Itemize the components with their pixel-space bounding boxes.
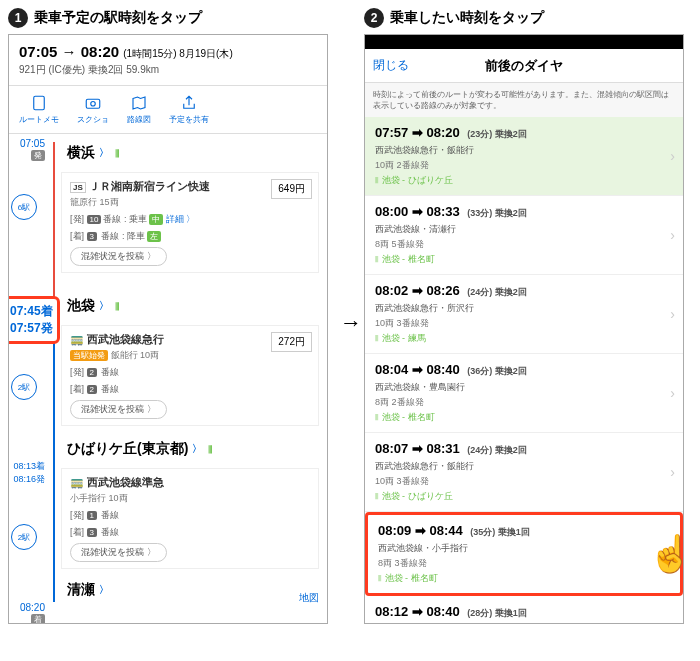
- route-summary-time: 07:05 → 08:20 (1時間15分) 8月19日(木): [19, 43, 317, 61]
- route-summary-fare: 921円 (IC優先) 乗換2回 59.9km: [19, 63, 317, 77]
- schedule-option-1[interactable]: 08:00 ➡ 08:33 (33分) 乗換2回 西武池袋線・清瀬行 8両 5番…: [365, 196, 683, 275]
- schedule-option-5[interactable]: 08:09 ➡ 08:44 (35分) 乗換1回 西武池袋線・小手指行 8両 3…: [365, 512, 683, 596]
- tool-screenshot[interactable]: スクショ: [77, 94, 109, 125]
- svg-point-2: [91, 102, 96, 107]
- chevron-right-icon: ›: [670, 306, 675, 322]
- chevron-right-icon: ›: [670, 464, 675, 480]
- schedule-option-6[interactable]: 08:12 ➡ 08:40 (28分) 乗換1回 西武池袋線準急・小手指行 10…: [365, 596, 683, 624]
- schedule-option-4[interactable]: 08:07 ➡ 08:31 (24分) 乗換2回 西武池袋線急行・飯能行 10両…: [365, 433, 683, 512]
- svg-rect-1: [86, 99, 100, 108]
- tool-routemap[interactable]: 路線図: [127, 94, 151, 125]
- segment-1: JSＪＲ湘南新宿ライン快速 籠原行 15両 649円 [発] 10番線 : 乗車…: [61, 172, 319, 273]
- tool-share[interactable]: 予定を共有: [169, 94, 209, 125]
- arrow-icon: →: [340, 310, 362, 336]
- chevron-right-icon: ›: [670, 148, 675, 164]
- schedule-panel: 閉じる 前後のダイヤ 時刻によって前後のルートが変わる可能性があります。また、混…: [364, 34, 684, 624]
- info-note: 時刻によって前後のルートが変わる可能性があります。また、混雑傾向の駅区間は表示し…: [365, 83, 683, 117]
- station-count-1[interactable]: 6駅: [11, 194, 37, 220]
- dialog-title: 前後のダイヤ: [485, 57, 563, 75]
- post-congestion-3[interactable]: 混雑状況を投稿 〉: [70, 543, 167, 562]
- map-link[interactable]: 地図: [299, 591, 319, 605]
- chevron-right-icon: ›: [670, 620, 675, 624]
- fare-2: 272円: [271, 332, 312, 352]
- schedule-option-3[interactable]: 08:04 ➡ 08:40 (36分) 乗換2回 西武池袋線・豊島園行 8両 2…: [365, 354, 683, 433]
- chevron-right-icon: ›: [670, 227, 675, 243]
- route-panel: 07:05 → 08:20 (1時間15分) 8月19日(木) 921円 (IC…: [8, 34, 328, 624]
- heading-2: 乗車したい時刻をタップ: [390, 9, 544, 27]
- chevron-right-icon: ›: [670, 385, 675, 401]
- segment-3: 🚃 西武池袋線準急 小手指行 10両 [発] 1 番線 [着] 3 番線 混雑状…: [61, 468, 319, 569]
- dep-time[interactable]: 07:05 発: [9, 138, 45, 161]
- station-count-2[interactable]: 2駅: [11, 374, 37, 400]
- station-hibarigaoka[interactable]: ひばりケ丘(東京都)〉⦀: [61, 434, 319, 464]
- fare-1: 649円: [271, 179, 312, 199]
- schedule-option-2[interactable]: 08:02 ➡ 08:26 (24分) 乗換2回 西武池袋線急行・所沢行 10両…: [365, 275, 683, 354]
- heading-1: 乗車予定の駅時刻をタップ: [34, 9, 202, 27]
- chevron-icon: 〉: [99, 146, 109, 160]
- station-kiyose[interactable]: 清瀬〉: [61, 575, 319, 605]
- station-yokohama[interactable]: 横浜〉⦀: [61, 138, 319, 168]
- schedule-option-0[interactable]: 07:57 ➡ 08:20 (23分) 乗換2回 西武池袋線急行・飯能行 10両…: [365, 117, 683, 196]
- post-congestion-2[interactable]: 混雑状況を投稿 〉: [70, 400, 167, 419]
- station-ikebukuro[interactable]: 池袋〉⦀: [61, 291, 319, 321]
- post-congestion-1[interactable]: 混雑状況を投稿 〉: [70, 247, 167, 266]
- congestion-icon: ⦀: [115, 147, 120, 160]
- transfer-time-highlight[interactable]: 07:45着07:57発: [8, 296, 60, 344]
- svg-rect-0: [34, 96, 45, 110]
- close-button[interactable]: 閉じる: [373, 57, 409, 74]
- transfer-time-2[interactable]: 08:13着08:16発: [9, 460, 45, 486]
- segment-2: 🚃 西武池袋線急行 当駅始発 飯能行 10両 272円 [発] 2 番線 [着]…: [61, 325, 319, 426]
- toolbar: ルートメモ スクショ 路線図 予定を共有: [9, 86, 327, 134]
- station-count-3[interactable]: 2駅: [11, 524, 37, 550]
- tap-hand-icon: ☝: [648, 533, 684, 575]
- arr-time: 08:20 着: [9, 602, 45, 624]
- tool-routememo[interactable]: ルートメモ: [19, 94, 59, 125]
